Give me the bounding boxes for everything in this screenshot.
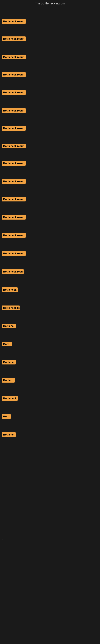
bottleneck-result-item[interactable]: Bottleneck result [1,251,26,256]
bottleneck-result-item[interactable]: Bottleneck result [1,144,26,148]
bottleneck-result-item[interactable]: Bottl [1,342,12,346]
bottleneck-result-item[interactable]: Bottleneck [1,288,18,292]
bottleneck-result-item[interactable]: Bottleneck result [1,55,26,59]
bottleneck-result-item[interactable]: Bottleneck result [1,90,26,95]
bottleneck-result-item[interactable]: Bottleneck result [1,233,26,238]
bottleneck-result-item[interactable]: Bott [1,414,11,419]
bottleneck-result-item[interactable]: Bottlene [1,432,16,437]
bottleneck-result-item[interactable]: Bottleneck result [1,126,26,130]
bottleneck-result-item[interactable]: Bottleneck result [1,108,26,113]
bottleneck-result-item[interactable]: Bottlen [1,378,15,382]
bottleneck-result-item[interactable]: Bottleneck result [1,72,26,77]
bottleneck-result-item[interactable]: Bottlene [1,360,16,364]
small-indicator: ... [1,538,3,540]
bottleneck-result-item[interactable]: Bottleneck result [1,161,26,166]
bottleneck-result-item[interactable]: Bottleneck result [1,215,26,220]
bottleneck-result-item[interactable]: Bottleneck result [1,269,24,274]
site-title: TheBottlenecker.com [0,0,100,6]
bottleneck-result-item[interactable]: Bottleneck result [1,197,26,202]
bottleneck-result-item[interactable]: Bottleneck re [1,306,20,310]
bottleneck-result-item[interactable]: Bottlene [1,324,16,328]
bottleneck-result-item[interactable]: Bottleneck result [1,19,26,24]
bottleneck-result-item[interactable]: Bottleneck result [1,36,26,41]
bottleneck-result-item[interactable]: Bottleneck result [1,179,26,184]
bottleneck-result-item[interactable]: Bottleneck [1,396,18,401]
